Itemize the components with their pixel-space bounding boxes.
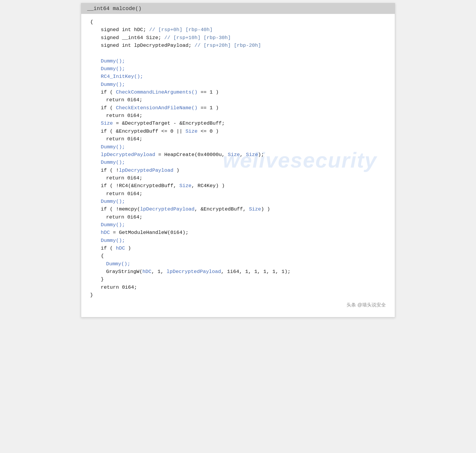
line-size-assign: Size = &DecryptedTarget - &EncryptedBuff… bbox=[90, 120, 386, 127]
line-ret1: return 0i64; bbox=[90, 96, 386, 104]
line-if3: if ( &EncryptedBuff <= 0 || Size <= 0 ) bbox=[90, 128, 386, 135]
line-decl1: signed int hDC; // [rsp+0h] [rbp-40h] bbox=[90, 26, 386, 34]
line-blank1 bbox=[90, 49, 386, 57]
line-dummy4: Dummy(); bbox=[90, 143, 386, 151]
code-block: { signed int hDC; // [rsp+0h] [rbp-40h] … bbox=[90, 18, 386, 299]
line-rc4init: RC4_InitKey(); bbox=[90, 73, 386, 81]
line-if5: if ( !RC4(&EncryptedBuff, Size, RC4Key) … bbox=[90, 182, 386, 190]
line-dummy9: Dummy(); bbox=[90, 260, 386, 268]
line-dummy5: Dummy(); bbox=[90, 159, 386, 166]
line-if4: if ( !lpDecryptedPayload ) bbox=[90, 167, 386, 174]
line-ret2: return 0i64; bbox=[90, 112, 386, 120]
line-dummy1: Dummy(); bbox=[90, 57, 386, 65]
footer-watermark: 头条 @墙头说安全 bbox=[90, 302, 386, 308]
line-dummy3: Dummy(); bbox=[90, 81, 386, 89]
line-ret4: return 0i64; bbox=[90, 174, 386, 182]
line-graystring: GrayStringW(hDC, 1, lpDecryptedPayload, … bbox=[90, 268, 386, 276]
line-ret5: return 0i64; bbox=[90, 190, 386, 198]
line-dummy6: Dummy(); bbox=[90, 198, 386, 205]
line-brace-open: { bbox=[90, 18, 386, 26]
line-if1: if ( CheckCommandLineArguments() == 1 ) bbox=[90, 89, 386, 96]
line-hdc-assign: hDC = GetModuleHandleW(0i64); bbox=[90, 229, 386, 237]
line-ret6: return 0i64; bbox=[90, 213, 386, 221]
line-brace-inner-open: { bbox=[90, 252, 386, 260]
line-if2: if ( CheckExtensionAndFileName() == 1 ) bbox=[90, 104, 386, 112]
line-dummy8: Dummy(); bbox=[90, 237, 386, 245]
line-ret3: return 0i64; bbox=[90, 135, 386, 143]
line-dummy7: Dummy(); bbox=[90, 221, 386, 229]
line-brace-close: } bbox=[90, 291, 386, 299]
line-if6: if ( !memcpy(lpDecryptedPayload, &Encryp… bbox=[90, 205, 386, 213]
line-if7: if ( hDC ) bbox=[90, 245, 386, 252]
title-bar: __int64 malcode() bbox=[81, 3, 395, 14]
line-decl2: signed __int64 Size; // [rsp+10h] [rbp-3… bbox=[90, 34, 386, 42]
line-heap: lpDecryptedPayload = HeapCreate(0x40000u… bbox=[90, 151, 386, 159]
line-decl3: signed int lpDecryptedPayload; // [rsp+2… bbox=[90, 42, 386, 49]
line-dummy2: Dummy(); bbox=[90, 65, 386, 73]
code-container: __int64 malcode() welivesecurity { signe… bbox=[81, 3, 395, 317]
line-brace-inner-close: } bbox=[90, 276, 386, 283]
line-ret-final: return 0i64; bbox=[90, 284, 386, 291]
